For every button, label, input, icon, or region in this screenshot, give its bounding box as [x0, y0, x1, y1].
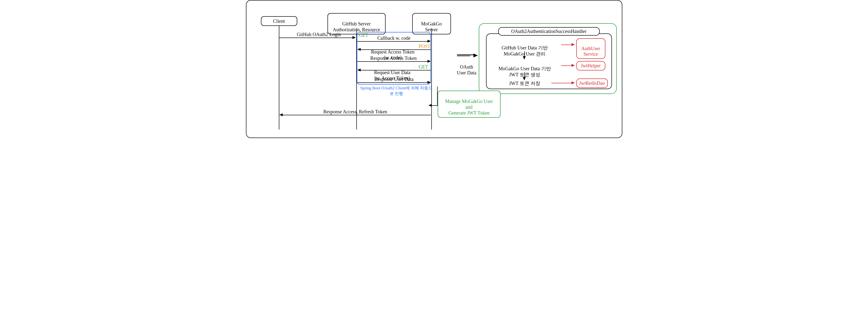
- arrow-step2: [561, 65, 572, 66]
- down-2-head: [523, 77, 526, 80]
- green-note: Manage MoGakGo User and Generate JWT Tok…: [438, 91, 501, 118]
- arrow-res-user: [357, 82, 428, 83]
- msg-res-token: Response Access Token: [367, 55, 420, 61]
- down-1: [524, 51, 525, 57]
- arrow-final-head: [279, 113, 283, 116]
- step-3: JWT 토큰 저장: [503, 80, 547, 86]
- actor-client: Client: [261, 16, 297, 26]
- arrow-res-token: [357, 61, 428, 62]
- msg-res-user: Response User Data: [370, 77, 418, 82]
- msg-callback: Callback w. code: [370, 35, 418, 41]
- oauth-label: OAuth User Data: [455, 58, 479, 76]
- arrow-callback: [357, 41, 428, 42]
- arrow-to-handler-tail: [457, 56, 470, 56]
- step-2: MoGakGo User Data 기반 JWT 토큰 생성: [491, 60, 559, 78]
- down-2: [524, 72, 525, 78]
- self-arrow: [432, 86, 439, 106]
- arrow-login: [279, 37, 353, 38]
- arrow-final: [283, 115, 431, 115]
- service-authuser: AuthUser Service: [576, 38, 606, 59]
- service-jwtredis: JwtRedisDao: [576, 79, 608, 88]
- arrow-step2-head: [571, 64, 575, 67]
- arrow-step3-head: [571, 81, 575, 84]
- diagram-canvas: Client GitHub Server Authorization, Reso…: [246, 0, 622, 138]
- service-jwthelper: JwtHelper: [576, 61, 606, 70]
- arrow-req-user-head: [357, 68, 361, 71]
- handler-title: OAuth2AuthenticationSuccessHandler: [498, 27, 600, 36]
- arrow-login-head: [352, 36, 356, 39]
- arrow-to-handler-head: [473, 54, 478, 57]
- step-1: GitHub User Data 기반 MoGakGo User 관리: [491, 39, 559, 57]
- method-get-1: GET: [359, 32, 368, 38]
- arrow-callback-head: [428, 40, 431, 42]
- arrow-req-token-head: [357, 48, 361, 51]
- arrow-to-handler: [457, 55, 474, 55]
- msg-login: GitHub OAuth2 Login: [289, 32, 349, 37]
- lifeline-mogakgo: [431, 28, 432, 129]
- arrow-req-token: [361, 50, 431, 50]
- blue-caption: Spring Boot OAuth2 Client에 의해 자동으로 진행: [360, 85, 433, 96]
- arrow-res-token-head: [428, 60, 431, 63]
- arrow-req-user: [361, 70, 431, 70]
- method-get-2: GET: [419, 64, 428, 70]
- msg-final: Response Access, Refresh Token: [290, 109, 421, 115]
- arrow-step1: [561, 45, 572, 45]
- method-post: POST: [419, 44, 431, 49]
- arrow-res-user-head: [428, 81, 431, 84]
- arrow-step3: [551, 83, 572, 83]
- down-1-head: [523, 56, 526, 60]
- arrow-step1-head: [571, 43, 575, 46]
- actor-client-label: Client: [273, 19, 285, 24]
